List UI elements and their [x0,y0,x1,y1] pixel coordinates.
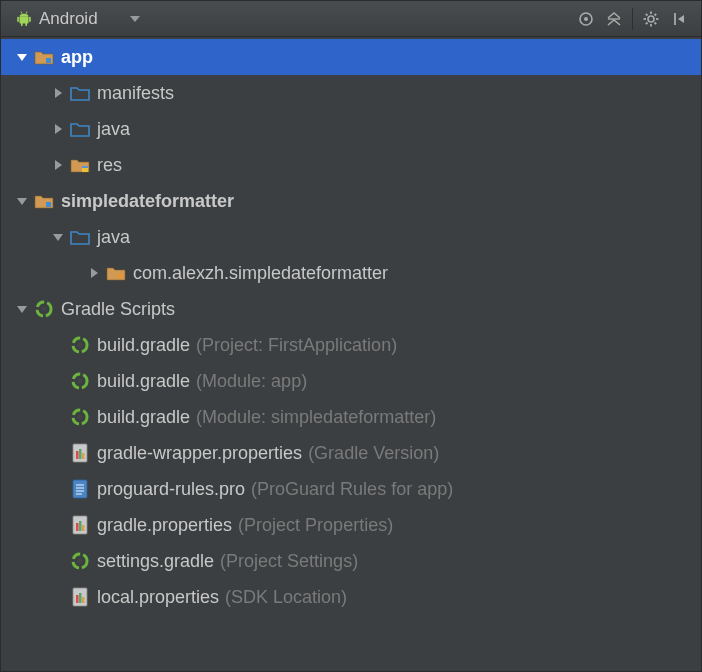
svg-rect-22 [82,166,88,168]
tree-label: gradle.properties [97,515,232,536]
tree-label: local.properties [97,587,219,608]
svg-point-24 [117,273,123,279]
gradle-icon [33,298,55,320]
svg-line-6 [26,11,27,13]
expand-icon[interactable] [87,266,101,280]
view-selector-label: Android [39,9,98,29]
tree-node-gradle-scripts[interactable]: Gradle Scripts [1,291,701,327]
tree-label: build.gradle [97,371,190,392]
tree-node-manifests[interactable]: manifests [1,75,701,111]
tree-label: build.gradle [97,335,190,356]
svg-rect-35 [79,449,82,459]
tree-hint: (SDK Location) [225,587,347,608]
svg-rect-50 [79,593,82,603]
svg-point-30 [78,379,83,384]
chevron-down-icon [130,16,140,22]
properties-file-icon [69,442,91,464]
svg-point-47 [78,559,83,564]
tree-node-gradle-file[interactable]: build.gradle(Module: simpledateformatter… [1,399,701,435]
svg-rect-34 [76,451,79,459]
svg-rect-44 [79,521,82,531]
folder-icon [69,82,91,104]
tree-node-gradle-file[interactable]: gradle-wrapper.properties(Gradle Version… [1,435,701,471]
folder-icon [69,226,91,248]
svg-line-18 [646,22,648,24]
svg-point-32 [78,415,83,420]
expand-icon[interactable] [51,86,65,100]
svg-rect-0 [20,16,29,23]
tree-node-gradle-file[interactable]: build.gradle(Project: FirstApplication) [1,327,701,363]
tree-node-res[interactable]: res [1,147,701,183]
svg-rect-4 [25,22,27,25]
svg-line-16 [655,22,657,24]
tree-label: res [97,155,122,176]
tree-label: gradle-wrapper.properties [97,443,302,464]
tree-node-simpledateformatter[interactable]: simpledateformatter [1,183,701,219]
project-toolbar: Android [1,1,701,37]
tree-node-app-java[interactable]: java [1,111,701,147]
tree-label: Gradle Scripts [61,299,175,320]
tree-label: java [97,119,130,140]
tree-node-sdf-java[interactable]: java [1,219,701,255]
expand-icon[interactable] [51,230,65,244]
svg-point-10 [648,16,654,22]
tree-node-gradle-file[interactable]: build.gradle(Module: app) [1,363,701,399]
tree-node-gradle-file[interactable]: settings.gradle(Project Settings) [1,543,701,579]
tree-label: java [97,227,130,248]
properties-file-icon [69,586,91,608]
tree-label: proguard-rules.pro [97,479,245,500]
view-selector-dropdown[interactable]: Android [9,7,146,31]
svg-line-17 [655,13,657,15]
android-icon [15,10,33,28]
scroll-from-source-button[interactable] [572,5,600,33]
expand-icon[interactable] [15,50,29,64]
settings-button[interactable] [637,5,665,33]
module-folder-icon [33,190,55,212]
res-folder-icon [69,154,91,176]
svg-rect-1 [17,16,19,21]
text-file-icon [69,478,91,500]
tree-node-gradle-file[interactable]: local.properties(SDK Location) [1,579,701,615]
tree-node-app[interactable]: app [1,39,701,75]
module-folder-icon [33,46,55,68]
svg-rect-20 [46,58,51,63]
svg-rect-2 [29,16,31,21]
toolbar-separator [632,8,633,30]
expand-icon[interactable] [15,302,29,316]
gradle-icon [69,370,91,392]
gradle-icon [69,406,91,428]
tree-label: settings.gradle [97,551,214,572]
tree-label: com.alexzh.simpledateformatter [133,263,388,284]
tree-label: build.gradle [97,407,190,428]
svg-rect-43 [76,523,79,531]
folder-icon [69,118,91,140]
tree-hint: (Module: app) [196,371,307,392]
gradle-icon [69,334,91,356]
svg-rect-51 [82,597,85,603]
tree-node-gradle-file[interactable]: gradle.properties(Project Properties) [1,507,701,543]
svg-point-26 [42,307,47,312]
tree-label: manifests [97,83,174,104]
tree-hint: (Module: simpledateformatter) [196,407,436,428]
expand-icon[interactable] [51,158,65,172]
package-icon [105,262,127,284]
collapse-all-button[interactable] [600,5,628,33]
svg-rect-45 [82,525,85,531]
svg-rect-3 [21,22,23,25]
properties-file-icon [69,514,91,536]
svg-rect-23 [46,202,51,207]
expand-icon[interactable] [15,194,29,208]
tree-node-gradle-file[interactable]: proguard-rules.pro(ProGuard Rules for ap… [1,471,701,507]
svg-point-8 [584,17,588,21]
svg-rect-36 [82,453,85,459]
tree-hint: (Gradle Version) [308,443,439,464]
gradle-icon [69,550,91,572]
tree-label: simpledateformatter [61,191,234,212]
expand-icon[interactable] [51,122,65,136]
tree-hint: (Project Properties) [238,515,393,536]
svg-rect-37 [73,480,87,498]
hide-panel-button[interactable] [665,5,693,33]
svg-point-28 [78,343,83,348]
tree-node-package[interactable]: com.alexzh.simpledateformatter [1,255,701,291]
svg-rect-49 [76,595,79,603]
